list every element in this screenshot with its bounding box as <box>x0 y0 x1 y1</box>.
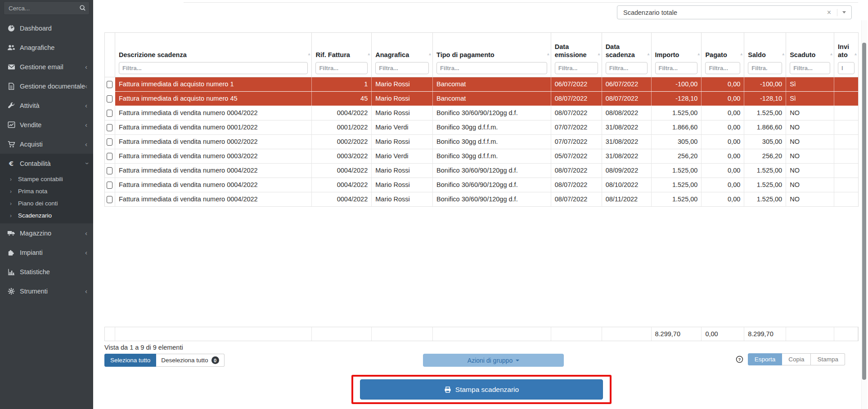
sidebar-item-label: Gestione email <box>20 63 63 71</box>
column-header-rif[interactable]: Rif. Fattura▴ <box>312 33 372 77</box>
sidebar-subitem-scadenzario[interactable]: ›Scadenzario <box>0 209 93 222</box>
column-header-anag[interactable]: Anagrafica▴ <box>372 33 433 77</box>
sidebar-item-impianti[interactable]: Impianti‹ <box>0 243 93 262</box>
sidebar-item-statistiche[interactable]: Statistiche <box>0 262 93 281</box>
sort-icon[interactable]: ▴ <box>368 51 370 56</box>
filter-input-scaduto[interactable] <box>790 62 830 74</box>
select-divider <box>837 9 837 16</box>
column-header-emissione[interactable]: Data emissione▴ <box>551 33 602 77</box>
filter-input-anag[interactable] <box>375 62 429 74</box>
row-checkbox[interactable] <box>107 196 112 203</box>
sidebar-item-strumenti[interactable]: Strumenti‹ <box>0 281 93 301</box>
cell-select[interactable] <box>105 164 115 178</box>
sort-icon[interactable]: ▴ <box>830 51 832 56</box>
sidebar-item-vendite[interactable]: Vendite‹ <box>0 115 93 134</box>
column-header-desc[interactable]: Descrizione scadenza▴ <box>115 33 312 77</box>
cell-importo: 1.525,00 <box>652 192 702 206</box>
cell-emissione: 08/07/2022 <box>551 92 602 106</box>
column-header-tipo[interactable]: Tipo di pagamento▴ <box>433 33 551 77</box>
search-input[interactable] <box>4 1 90 15</box>
sidebar-item-acquisti[interactable]: Acquisti‹ <box>0 134 93 154</box>
table-row[interactable]: Fattura immediata di vendita numero 0004… <box>105 178 858 192</box>
row-checkbox[interactable] <box>107 95 112 102</box>
sidebar-item-gestione-email[interactable]: Gestione email‹ <box>0 57 93 76</box>
select-all-button[interactable]: Seleziona tutto <box>104 354 156 367</box>
cell-select[interactable] <box>105 120 115 134</box>
cell-tipo: Bancomat <box>433 92 551 106</box>
sort-icon[interactable]: ▴ <box>647 51 649 56</box>
cell-desc: Fattura immediata di vendita numero 0004… <box>115 106 312 120</box>
cell-select[interactable] <box>105 178 115 192</box>
table-row[interactable]: Fattura immediata di acquisto numero 11M… <box>105 77 858 92</box>
sidebar-subitem-piano-dei-conti[interactable]: ›Piano dei conti <box>0 197 93 209</box>
table-row[interactable]: Fattura immediata di vendita numero 0001… <box>105 120 858 135</box>
cell-select[interactable] <box>105 135 115 149</box>
filter-input-importo[interactable] <box>655 62 698 74</box>
cell-select[interactable] <box>105 92 115 106</box>
vertical-scrollbar[interactable] <box>862 43 866 380</box>
sidebar-item-gestione-documentale[interactable]: Gestione documentale‹ <box>0 76 93 96</box>
cell-importo: -128,10 <box>652 92 702 106</box>
copy-button[interactable]: Copia <box>782 353 811 365</box>
row-checkbox[interactable] <box>107 167 112 174</box>
sidebar-item-magazzino[interactable]: Magazzino‹ <box>0 223 93 243</box>
filter-input-emissione[interactable] <box>555 62 598 74</box>
row-checkbox[interactable] <box>107 153 112 160</box>
cell-pagato: 0,00 <box>702 77 744 91</box>
column-header-importo[interactable]: Importo▴ <box>652 33 702 77</box>
filter-input-rif[interactable] <box>315 62 368 74</box>
sidebar-subitem-stampe-contabili[interactable]: ›Stampe contabili <box>0 173 93 185</box>
sort-icon[interactable]: ▴ <box>782 51 784 56</box>
row-checkbox[interactable] <box>107 81 112 88</box>
sort-icon[interactable]: ▴ <box>740 51 742 56</box>
sidebar-subitem-prima-nota[interactable]: ›Prima nota <box>0 185 93 197</box>
scadenzario-view-select[interactable]: Scadenzario totale × <box>617 5 852 19</box>
sort-icon[interactable]: ▴ <box>547 51 549 56</box>
table-row[interactable]: Fattura immediata di vendita numero 0002… <box>105 135 858 149</box>
chevron-down-icon[interactable] <box>842 11 846 13</box>
filter-input-saldo[interactable] <box>748 62 782 74</box>
column-header-inviato[interactable]: Inviato▴ <box>834 33 858 77</box>
filter-input-desc[interactable] <box>119 62 308 74</box>
table-row[interactable]: Fattura immediata di vendita numero 0003… <box>105 149 858 164</box>
help-icon[interactable]: ? <box>736 356 743 363</box>
sort-icon[interactable]: ▴ <box>429 51 431 56</box>
sort-icon[interactable]: ▴ <box>308 51 310 56</box>
cell-select[interactable] <box>105 77 115 91</box>
row-checkbox[interactable] <box>107 182 112 189</box>
cell-select[interactable] <box>105 106 115 120</box>
column-header-saldo[interactable]: Saldo▴ <box>744 33 786 77</box>
column-header-scadenza[interactable]: Data scadenza▴ <box>602 33 652 77</box>
clear-selection-icon[interactable]: × <box>827 9 831 16</box>
row-checkbox[interactable] <box>107 138 112 146</box>
sidebar-item-label: Attività <box>20 102 40 109</box>
table-row[interactable]: Fattura immediata di vendita numero 0004… <box>105 164 858 178</box>
sidebar-item-dashboard[interactable]: Dashboard <box>0 18 93 38</box>
sort-icon[interactable]: ▴ <box>598 51 600 56</box>
table-row[interactable]: Fattura immediata di acquisto numero 454… <box>105 92 858 106</box>
filter-input-inviato[interactable] <box>838 62 855 74</box>
filter-input-tipo[interactable] <box>436 62 547 74</box>
column-header-pagato[interactable]: Pagato▴ <box>702 33 744 77</box>
filter-input-pagato[interactable] <box>705 62 740 74</box>
table-row[interactable]: Fattura immediata di vendita numero 0004… <box>105 192 858 207</box>
sort-icon[interactable]: ▴ <box>697 51 700 56</box>
cell-select[interactable] <box>105 149 115 163</box>
table-row[interactable]: Fattura immediata di vendita numero 0004… <box>105 106 858 120</box>
stampa-scadenzario-button[interactable]: Stampa scadenzario <box>360 379 603 400</box>
deselect-all-button[interactable]: Deseleziona tutto 0 <box>156 354 224 367</box>
sidebar-item-anagrafiche[interactable]: Anagrafiche <box>0 38 93 57</box>
cell-rif: 45 <box>312 92 372 106</box>
sidebar-item-contabilit[interactable]: €Contabilità‹ <box>0 154 93 173</box>
cell-select[interactable] <box>105 192 115 206</box>
export-button[interactable]: Esporta <box>748 353 783 365</box>
search-icon[interactable] <box>79 4 86 13</box>
print-button[interactable]: Stampa <box>811 353 845 365</box>
filter-input-scadenza[interactable] <box>606 62 648 74</box>
row-checkbox[interactable] <box>107 110 112 117</box>
group-actions-button[interactable]: Azioni di gruppo <box>423 354 564 367</box>
column-header-scaduto[interactable]: Scaduto▴ <box>786 33 834 77</box>
sort-icon[interactable]: ▴ <box>855 51 857 56</box>
sidebar-item-attivit[interactable]: Attività‹ <box>0 96 93 115</box>
row-checkbox[interactable] <box>107 124 112 131</box>
